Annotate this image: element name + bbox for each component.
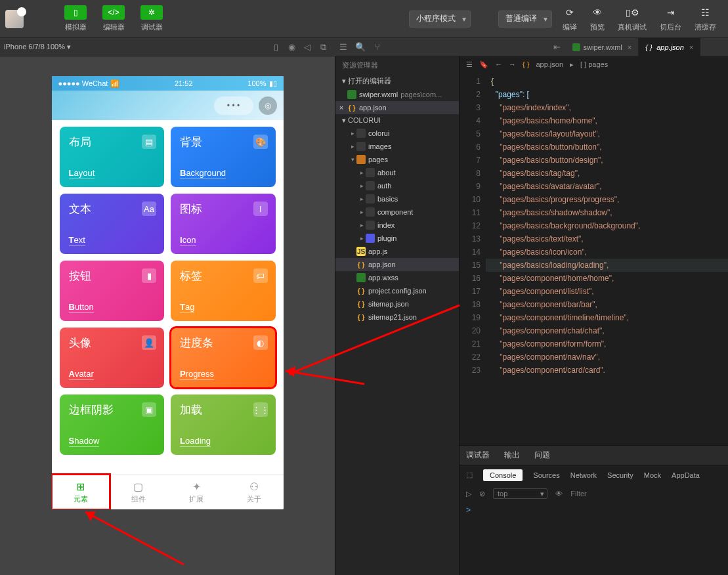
back-icon[interactable]: ← xyxy=(495,60,502,68)
tree-item[interactable]: { }sitemap.json xyxy=(335,297,459,310)
background-button[interactable]: ⇥切后台 xyxy=(660,5,681,32)
code-editor[interactable]: 1234567891011121314151617181920212223 { … xyxy=(460,72,728,445)
tree-item[interactable]: ▾pages xyxy=(335,153,459,166)
tab-debugger[interactable]: 调试器 xyxy=(466,450,490,461)
user-avatar[interactable] xyxy=(5,10,24,28)
component-card[interactable]: 加载Loading⋮⋮ xyxy=(171,394,276,455)
code-line[interactable]: "pages/basics/text/text", xyxy=(486,232,728,245)
component-card[interactable]: 图标IconI xyxy=(171,194,276,254)
tree-item[interactable]: JSapp.js xyxy=(335,245,459,258)
tree-item[interactable]: { }project.config.json xyxy=(335,284,459,297)
collapse-icon[interactable]: ⇤ xyxy=(549,42,566,52)
mute-icon[interactable]: ◁ xyxy=(299,42,315,52)
list-icon[interactable]: ☰ xyxy=(335,42,352,52)
record-icon[interactable]: ◉ xyxy=(284,42,299,52)
component-card[interactable]: 头像Avatar👤 xyxy=(60,328,165,388)
clear-icon[interactable]: ⊘ xyxy=(479,490,485,498)
network-tab[interactable]: Network xyxy=(570,471,597,479)
search-icon[interactable]: 🔍 xyxy=(352,42,369,52)
component-card[interactable]: 边框阴影Shadow▣ xyxy=(60,394,165,455)
code-line[interactable]: "pages/component/timeline/timeline", xyxy=(486,311,728,324)
component-card[interactable]: 标签Tag🏷 xyxy=(171,261,276,321)
crumb-file[interactable]: app.json xyxy=(536,60,563,68)
tree-item[interactable]: ▸plugin xyxy=(335,232,459,245)
tabbar-item[interactable]: ⚇关于 xyxy=(225,475,283,509)
preview-button[interactable]: 👁预览 xyxy=(590,5,605,32)
tree-item[interactable]: ▸colorui xyxy=(335,127,459,140)
tree-item[interactable]: ▸component xyxy=(335,205,459,219)
code-line[interactable]: "pages/index/index", xyxy=(486,101,728,114)
tree-item[interactable]: ▸auth xyxy=(335,179,459,192)
bookmark-icon[interactable]: 🔖 xyxy=(479,60,488,69)
code-line[interactable]: "pages/component/form/form", xyxy=(486,337,728,351)
code-line[interactable]: { xyxy=(486,75,728,88)
compile-button[interactable]: ⟳编译 xyxy=(563,5,577,32)
component-card[interactable]: 布局Layout▤ xyxy=(60,127,165,187)
tree-item[interactable]: { }sitemap21.json xyxy=(335,310,459,324)
code-line[interactable]: "pages/basics/loading/loading", xyxy=(486,259,728,272)
file-tab[interactable]: swiper.wxml× xyxy=(566,38,639,56)
inspect-icon[interactable]: ⬚ xyxy=(466,471,473,479)
code-line[interactable]: "pages": [ xyxy=(486,88,728,101)
tab-output[interactable]: 输出 xyxy=(504,450,520,461)
appdata-tab[interactable]: AppData xyxy=(672,471,700,479)
capsule-menu[interactable]: • • • xyxy=(214,96,253,115)
close-icon[interactable]: × xyxy=(628,43,632,51)
open-editors-section[interactable]: ▾ 打开的编辑器 xyxy=(335,74,459,88)
split-icon[interactable]: ⧉ xyxy=(315,42,331,53)
tabbar-item[interactable]: ✦扩展 xyxy=(167,475,225,509)
security-tab[interactable]: Security xyxy=(607,471,633,479)
filter-input[interactable] xyxy=(570,490,662,498)
console-tab[interactable]: Console xyxy=(483,469,523,481)
editor-tab[interactable]: </>编辑器 xyxy=(102,5,125,32)
code-line[interactable]: "pages/component/list/list", xyxy=(486,285,728,298)
context-dropdown[interactable]: top xyxy=(493,488,547,499)
file-tab[interactable]: { }app.json× xyxy=(639,38,700,56)
rotate-icon[interactable]: ▯ xyxy=(268,42,284,52)
outline-icon[interactable]: ☰ xyxy=(466,60,473,69)
phone-content[interactable]: 布局Layout▤背景Background🎨文本TextAa图标IconI按钮B… xyxy=(52,120,284,474)
tree-item[interactable]: { }app.json xyxy=(335,258,459,271)
code-line[interactable]: "pages/basics/icon/icon", xyxy=(486,245,728,259)
code-line[interactable]: "pages/basics/button/design", xyxy=(486,154,728,167)
code-line[interactable]: "pages/component/bar/bar", xyxy=(486,298,728,311)
compile-dropdown[interactable]: 普通编译 xyxy=(498,11,552,28)
console-area[interactable]: > xyxy=(460,503,728,575)
code-line[interactable]: "pages/basics/home/home", xyxy=(486,114,728,127)
tab-problems[interactable]: 问题 xyxy=(534,450,550,461)
close-icon[interactable]: × xyxy=(689,43,693,51)
tree-item[interactable]: ▸images xyxy=(335,140,459,153)
sources-tab[interactable]: Sources xyxy=(533,471,559,479)
code-line[interactable]: "pages/basics/layout/layout", xyxy=(486,127,728,140)
code-line[interactable]: "pages/component/home/home", xyxy=(486,272,728,285)
code-line[interactable]: "pages/basics/tag/tag", xyxy=(486,167,728,180)
code-line[interactable]: "pages/basics/shadow/shadow", xyxy=(486,206,728,219)
code-line[interactable]: "pages/basics/progress/progress", xyxy=(486,193,728,206)
mock-tab[interactable]: Mock xyxy=(644,471,661,479)
debugger-tab[interactable]: ✲调试器 xyxy=(140,5,163,32)
open-editor-item[interactable]: swiper.wxmlpages\com... xyxy=(335,88,459,101)
forward-icon[interactable]: → xyxy=(509,60,516,68)
code-line[interactable]: "pages/component/card/card". xyxy=(486,364,728,377)
tabbar-item[interactable]: ▢组件 xyxy=(110,475,167,509)
component-card[interactable]: 背景Background🎨 xyxy=(171,127,276,187)
crumb-array[interactable]: [ ] pages xyxy=(580,60,608,68)
mode-dropdown[interactable]: 小程序模式 xyxy=(409,11,471,28)
real-debug-button[interactable]: ▯⚙真机调试 xyxy=(618,5,647,32)
tabbar-item[interactable]: ⊞元素 xyxy=(52,475,110,509)
tree-item[interactable]: ▸about xyxy=(335,166,459,179)
tree-item[interactable]: ▸basics xyxy=(335,192,459,205)
code-line[interactable]: "pages/basics/avatar/avatar", xyxy=(486,180,728,193)
code-line[interactable]: "pages/basics/background/background", xyxy=(486,219,728,232)
tree-item[interactable]: ▸index xyxy=(335,219,459,232)
eye-icon[interactable]: 👁 xyxy=(555,490,563,498)
code-line[interactable]: "pages/basics/button/button", xyxy=(486,140,728,154)
open-editor-item[interactable]: ×{ }app.json xyxy=(335,101,459,114)
component-card[interactable]: 按钮Button▮ xyxy=(60,261,165,321)
device-selector[interactable]: iPhone 6/7/8 100% ▾ xyxy=(4,43,71,51)
component-card[interactable]: 进度条Progress◐ xyxy=(171,328,276,388)
clear-cache-button[interactable]: ☷清缓存 xyxy=(695,5,716,32)
tree-item[interactable]: app.wxss xyxy=(335,271,459,284)
code-line[interactable]: "pages/component/chat/chat", xyxy=(486,324,728,337)
capsule-close[interactable]: ◎ xyxy=(259,96,277,115)
